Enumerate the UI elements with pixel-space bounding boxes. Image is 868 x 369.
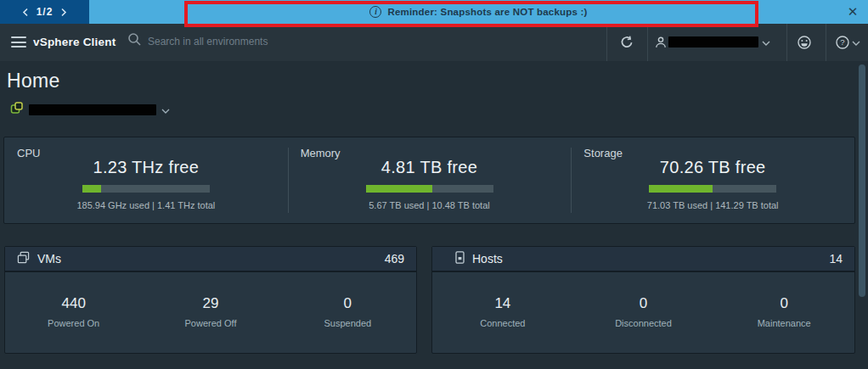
memory-stat-section: Memory 4.81 TB free 5.67 TB used | 10.48… [288,137,572,223]
cpu-free-value: 1.23 THz free [93,158,199,177]
header-divider [826,24,826,61]
page-title: Home [7,70,60,92]
vms-panel-title: VMs [37,252,61,266]
vm-icon [17,251,30,267]
app-header: vSphere Client [0,24,868,61]
hosts-total-count: 14 [829,252,843,266]
vms-panel: VMs 469 440 Powered On 29 Powered Off 0 … [4,246,417,354]
banner-message-text: Reminder: Snapshots are NOT backups :) [387,7,587,17]
redacted-username [668,36,758,48]
app-title: vSphere Client [33,36,116,48]
pager-count-label: 1/2 [37,6,54,18]
menu-icon[interactable] [11,36,26,48]
memory-usage-bar [366,185,493,193]
svg-text:?: ? [840,37,844,47]
host-icon [455,251,465,267]
hosts-panel: Hosts 14 14 Connected 0 Disconnected 0 M… [431,246,855,354]
hosts-disconnected: 0 Disconnected [573,272,714,351]
banner-pager: 1/2 [0,0,89,24]
search-icon [127,32,142,50]
pager-next-button[interactable] [60,8,67,17]
storage-stat-section: Storage 70.26 TB free 71.03 TB used | 14… [571,137,854,223]
vcenter-icon [10,101,24,118]
vcenter-selector-dropdown[interactable] [10,101,170,118]
vsphere-client-window: 1/2 i Reminder: Snapshots are NOT backup… [0,0,868,369]
hosts-connected: 14 Connected [432,272,573,351]
storage-usage-bar [649,185,776,193]
user-menu-chevron-down-icon[interactable] [761,40,771,47]
storage-free-value: 70.26 TB free [660,158,766,177]
pager-prev-button[interactable] [22,8,29,17]
header-divider [647,24,648,61]
vms-total-count: 469 [385,252,404,266]
hosts-panel-title: Hosts [472,252,503,266]
capacity-stats-panel: CPU 1.23 THz free 185.94 GHz used | 1.41… [3,137,855,224]
notification-banner: 1/2 i Reminder: Snapshots are NOT backup… [0,0,868,24]
vms-powered-off: 29 Powered Off [142,272,279,351]
help-chevron-down-icon[interactable] [851,40,861,47]
vms-panel-header: VMs 469 [5,247,416,272]
redacted-vcenter-name [29,104,156,115]
memory-usage-detail: 5.67 TB used | 10.48 TB total [369,200,490,210]
feedback-smiley-icon[interactable] [796,35,813,50]
info-icon: i [369,6,381,18]
cpu-label: CPU [17,147,40,159]
vcenter-chevron-down-icon [161,102,170,117]
storage-usage-detail: 71.03 TB used | 141.29 TB total [647,200,779,210]
home-dashboard: Home CPU 1.23 THz free 185.94 GHz used |… [0,61,868,369]
cpu-usage-detail: 185.94 GHz used | 1.41 THz total [76,200,215,210]
banner-message-area: i Reminder: Snapshots are NOT backups :) [89,0,868,24]
hosts-panel-body: 14 Connected 0 Disconnected 0 Maintenanc… [432,272,854,351]
storage-label: Storage [583,147,623,159]
header-divider [786,24,787,61]
cpu-usage-bar [82,185,210,193]
hosts-maintenance: 0 Maintenance [713,272,854,351]
memory-label: Memory [301,147,341,159]
vms-panel-body: 440 Powered On 29 Powered Off 0 Suspende… [5,272,416,351]
cpu-stat-section: CPU 1.23 THz free 185.94 GHz used | 1.41… [4,137,288,223]
vertical-scrollbar-thumb[interactable] [859,64,865,297]
hosts-panel-header: Hosts 14 [432,247,854,272]
user-icon[interactable] [653,35,668,50]
header-divider [606,24,607,61]
help-icon[interactable]: ? [834,35,851,50]
memory-free-value: 4.81 TB free [381,158,477,177]
vms-powered-on: 440 Powered On [5,272,142,351]
banner-close-button[interactable]: ✕ [843,0,863,24]
search-input[interactable] [148,36,403,48]
global-search[interactable] [127,32,403,50]
vms-suspended: 0 Suspended [279,272,416,351]
refresh-icon[interactable] [617,35,636,50]
